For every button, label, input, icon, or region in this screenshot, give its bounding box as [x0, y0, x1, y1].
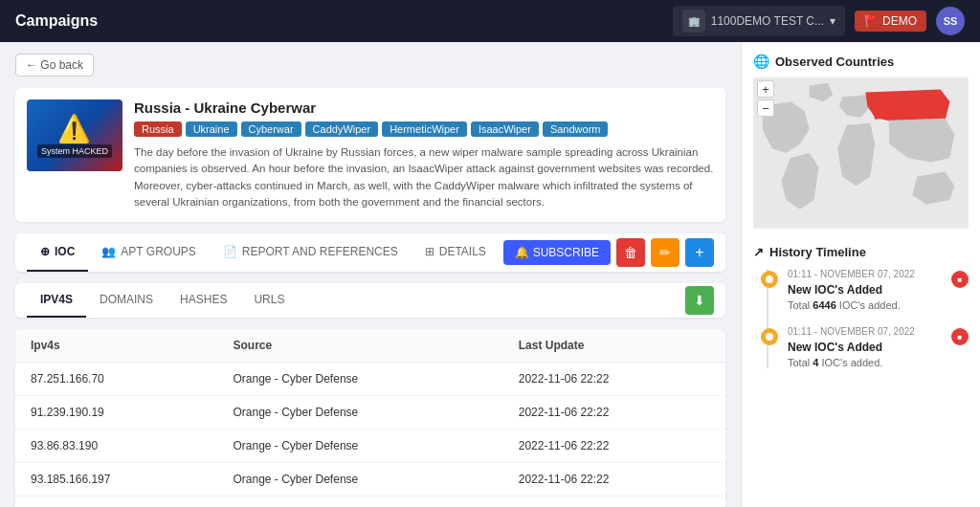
details-icon: ⊞ — [425, 245, 434, 258]
sub-tab-domains[interactable]: DOMAINS — [86, 283, 167, 318]
tag-isaacwiper: IsaacWiper — [471, 121, 539, 137]
col-last-update: Last Update — [503, 329, 725, 363]
flag-icon: 🚩 — [864, 14, 879, 28]
timeline-end-dot: ■ — [951, 328, 969, 345]
ioc-icon: ⊕ — [40, 245, 50, 258]
cell-ipv4: 93.86.83.190 — [15, 430, 218, 463]
world-map: + − — [753, 77, 969, 230]
apt-icon: 👥 — [101, 245, 116, 258]
ipv4-table: Ipv4s Source Last Update 87.251.166.70 O… — [15, 329, 725, 507]
timeline-dot — [761, 328, 778, 345]
observed-countries-section: 🌐 Observed Countries + − — [753, 54, 969, 230]
cell-source: Orange - Cyber Defense — [218, 396, 503, 430]
map-controls: + − — [757, 80, 774, 117]
main-tabs: ⊕ IOC 👥 APT GROUPS 📄 REPORT AND REFERENC… — [27, 233, 500, 272]
chevron-down-icon: ▾ — [830, 14, 835, 28]
sub-tab-urls[interactable]: URLS — [240, 283, 298, 318]
go-back-button[interactable]: ← Go back — [15, 54, 94, 77]
history-timeline: 01:11 - NOVEMBER 07, 2022 ■ New IOC's Ad… — [753, 269, 969, 368]
cell-source: Orange - Cyber Defense — [218, 363, 503, 396]
zoom-in-button[interactable]: + — [757, 80, 774, 98]
timeline-dot — [761, 271, 778, 288]
app-header: Campaigns 🏢 1100DEMO TEST C... ▾ 🚩 DEMO … — [0, 0, 980, 42]
cell-ipv4: 88.246.163.245 — [15, 496, 218, 508]
tab-apt-groups[interactable]: 👥 APT GROUPS — [88, 233, 209, 272]
timeline-event-desc: Total 6446 IOC's added. — [788, 299, 969, 311]
timeline-date: 01:11 - NOVEMBER 07, 2022 — [788, 326, 915, 337]
zoom-out-button[interactable]: − — [757, 99, 774, 117]
trash-icon: 🗑 — [624, 245, 637, 260]
cell-last-update: 2022-11-06 22:22 — [503, 463, 725, 496]
stop-icon: ■ — [958, 333, 963, 342]
timeline-end-dot: ■ — [951, 271, 969, 288]
cell-source: Orange - Cyber Defense — [218, 463, 503, 496]
tag-russia: Russia — [134, 121, 182, 137]
sub-tabs: IPV4S DOMAINS HASHES URLS — [27, 283, 298, 318]
tag-hermeticwiper: HermeticWiper — [382, 121, 467, 137]
subscribe-button[interactable]: 🔔 SUBSCRIBE — [503, 240, 611, 265]
main-tabs-bar: ⊕ IOC 👥 APT GROUPS 📄 REPORT AND REFERENC… — [15, 233, 725, 272]
download-icon: ⬇ — [694, 293, 705, 308]
campaign-image: ⚠️ System HACKED — [27, 99, 122, 171]
observed-countries-title: 🌐 Observed Countries — [753, 54, 969, 69]
table-row: 88.246.163.245 Orange - Cyber Defense 20… — [15, 496, 725, 508]
main-layout: ← Go back ⚠️ System HACKED Russia - Ukra… — [0, 42, 980, 507]
plus-icon: + — [695, 244, 703, 261]
history-section: ↗ History Timeline 01:11 - NOVEMBER 07, … — [753, 245, 969, 368]
timeline-header: 01:11 - NOVEMBER 07, 2022 ■ — [788, 269, 969, 279]
tab-report-label: REPORT AND REFERENCES — [242, 245, 398, 258]
delete-button[interactable]: 🗑 — [616, 238, 645, 267]
col-source: Source — [218, 329, 503, 363]
cell-last-update: 2022-11-06 22:22 — [503, 396, 725, 430]
history-title: ↗ History Timeline — [753, 245, 969, 259]
globe-icon: 🌐 — [753, 54, 769, 69]
cell-last-update: 2022-11-06 22:22 — [503, 496, 725, 508]
tab-details-label: DETAILS — [439, 245, 486, 258]
timeline-item: 01:11 - NOVEMBER 07, 2022 ■ New IOC's Ad… — [761, 326, 969, 368]
timeline-date: 01:11 - NOVEMBER 07, 2022 — [788, 269, 915, 279]
content-area: ← Go back ⚠️ System HACKED Russia - Ukra… — [0, 42, 741, 507]
sub-tabs-bar: IPV4S DOMAINS HASHES URLS ⬇ — [15, 283, 725, 318]
company-name: 1100DEMO TEST C... — [711, 14, 824, 28]
tab-report[interactable]: 📄 REPORT AND REFERENCES — [210, 233, 412, 272]
timeline-event-desc: Total 4 IOC's added. — [788, 357, 969, 368]
report-icon: 📄 — [223, 245, 237, 258]
ioc-count: 4 — [813, 357, 818, 368]
timeline-item: 01:11 - NOVEMBER 07, 2022 ■ New IOC's Ad… — [761, 269, 969, 311]
world-map-svg — [753, 77, 969, 230]
sub-tab-hashes[interactable]: HASHES — [167, 283, 240, 318]
add-button[interactable]: + — [685, 238, 714, 267]
tab-ioc-label: IOC — [55, 245, 75, 258]
tag-ukraine: Ukraine — [186, 121, 237, 137]
sub-tab-ipv4s[interactable]: IPV4S — [27, 283, 86, 318]
timeline-dot-inner — [766, 276, 773, 283]
campaign-description: The day before the invasion of Ukraine b… — [134, 144, 714, 210]
table-row: 93.86.83.190 Orange - Cyber Defense 2022… — [15, 430, 725, 463]
company-selector[interactable]: 🏢 1100DEMO TEST C... ▾ — [673, 6, 845, 36]
demo-badge: 🚩 DEMO — [855, 11, 926, 32]
tab-apt-label: APT GROUPS — [121, 245, 195, 258]
download-button[interactable]: ⬇ — [685, 286, 714, 315]
demo-label: DEMO — [882, 14, 917, 28]
subscribe-label: SUBSCRIBE — [533, 246, 599, 259]
tab-ioc[interactable]: ⊕ IOC — [27, 233, 88, 272]
table-row: 91.239.190.19 Orange - Cyber Defense 202… — [15, 396, 725, 430]
campaign-image-bg: ⚠️ System HACKED — [27, 99, 122, 171]
cell-last-update: 2022-11-06 22:22 — [503, 430, 725, 463]
avatar[interactable]: SS — [936, 7, 965, 35]
header-right: 🏢 1100DEMO TEST C... ▾ 🚩 DEMO SS — [673, 6, 965, 36]
ioc-count: 6446 — [813, 299, 835, 311]
tab-actions: 🔔 SUBSCRIBE 🗑 ✏ + — [503, 238, 714, 267]
table-row: 87.251.166.70 Orange - Cyber Defense 202… — [15, 363, 725, 396]
timeline-event-title: New IOC's Added — [788, 341, 969, 354]
cell-last-update: 2022-11-06 22:22 — [503, 363, 725, 396]
edit-button[interactable]: ✏ — [651, 238, 679, 267]
timeline-dot-inner — [766, 333, 773, 341]
cell-source: Orange - Cyber Defense — [218, 496, 503, 508]
stop-icon: ■ — [958, 276, 963, 284]
trend-icon: ↗ — [753, 245, 764, 259]
timeline-event-title: New IOC's Added — [788, 283, 969, 297]
tab-details[interactable]: ⊞ DETAILS — [412, 233, 500, 272]
campaign-card: ⚠️ System HACKED Russia - Ukraine Cyberw… — [15, 88, 725, 222]
campaign-title: Russia - Ukraine Cyberwar — [134, 99, 714, 116]
